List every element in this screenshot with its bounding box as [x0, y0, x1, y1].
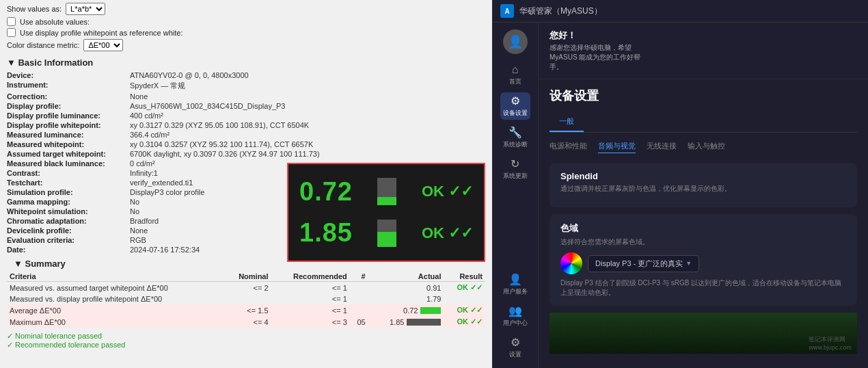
sub-nav: 电源和性能 音频与视觉 无线连接 输入与触控 — [550, 141, 857, 153]
basic-info-title: Basic Information — [0, 55, 492, 70]
overlay-value-1: 0.72 — [299, 177, 353, 207]
tab-general[interactable]: 一般 — [550, 112, 584, 132]
info-value: xy 0.3104 0.3257 (XYZ 95.32 100 111.74),… — [123, 140, 492, 149]
device-settings-icon: ⚙ — [511, 94, 520, 107]
info-row: Measured whitepoint:xy 0.3104 0.3257 (XY… — [0, 140, 492, 149]
actual-bar-cell: 0.72 — [368, 304, 444, 316]
col-recommended: Recommended — [271, 272, 350, 282]
sidebar-item-diagnostics[interactable]: 🔧 系统诊断 — [500, 124, 530, 151]
info-row: Display profile:Asus_H7606WI_1002_834C41… — [0, 101, 492, 111]
overlay-bar-2 — [377, 220, 396, 247]
summary-cell: <= 2 — [224, 282, 271, 294]
info-row: Correction:None — [0, 92, 492, 101]
summary-cell: <= 3 — [271, 316, 350, 328]
color-domain-note: Display P3 结合了剧院级 DCI-P3 与 sRGB 以达到更广的色域… — [560, 278, 846, 298]
col-actual: Actual — [368, 272, 444, 282]
col-criteria: Criteria — [7, 272, 224, 282]
actual-bar — [407, 319, 441, 326]
sub-nav-power[interactable]: 电源和性能 — [550, 141, 587, 153]
info-label: Display profile whitepoint: — [0, 120, 123, 130]
info-label: Whitepoint simulation: — [0, 207, 123, 216]
results-overlay: 0.72 OK ✓✓ 1.85 OK ✓✓ — [287, 163, 485, 262]
tab-bar: 一般 — [550, 112, 857, 133]
user-service-icon: 👤 — [508, 273, 522, 286]
summary-cell: <= 1 — [271, 304, 350, 316]
info-value: 6700K daylight, xy 0.3097 0.326 (XYZ 94.… — [123, 149, 492, 159]
summary-cell — [350, 293, 368, 304]
info-value: xy 0.3127 0.329 (XYZ 95.05 100 108.91), … — [123, 120, 492, 130]
chevron-down-icon: ▼ — [686, 260, 692, 267]
info-label: Measured black luminance: — [0, 159, 123, 168]
whitepoint-checkbox[interactable] — [7, 28, 16, 37]
info-label: Correction: — [0, 92, 123, 101]
color-domain-select-row: Display P3 - 更广泛的真实 ▼ — [560, 252, 846, 274]
summary-table: Criteria Nominal Recommended # Actual Re… — [7, 272, 485, 328]
actual-value-cell: 1.79 — [368, 293, 444, 304]
result-cell: OK ✓✓ — [444, 316, 485, 328]
info-label: Measured luminance: — [0, 130, 123, 140]
absolute-values-checkbox[interactable] — [7, 17, 16, 26]
summary-cell: <= 1.5 — [224, 304, 271, 316]
asus-titlebar: A 华硕管家（MyASUS） — [492, 0, 868, 23]
asus-logo-icon: A — [500, 4, 514, 18]
show-values-label: Show values as: — [7, 5, 62, 13]
summary-cell: <= 4 — [224, 316, 271, 328]
sidebar-item-home[interactable]: ⌂ 首页 — [500, 61, 530, 88]
asus-sidebar: 👤 ⌂ 首页 ⚙ 设备设置 🔧 系统诊断 ↻ 系统更新 👤 用户服务 — [492, 23, 539, 368]
col-hash: # — [350, 272, 368, 282]
overlay-bar-fill-1 — [377, 197, 396, 205]
summary-section: Summary Criteria Nominal Recommended # A… — [0, 254, 492, 329]
color-domain-select-label: Display P3 - 更广泛的真实 — [595, 259, 683, 269]
user-center-icon: 👥 — [508, 304, 522, 317]
actual-value: 1.85 — [390, 318, 404, 326]
top-controls: Show values as: L*a*b* Use absolute valu… — [0, 0, 492, 55]
sidebar-item-device-settings[interactable]: ⚙ 设备设置 — [500, 92, 530, 120]
info-row: Instrument:SpyderX — 常规 — [0, 80, 492, 92]
asus-body: 👤 ⌂ 首页 ⚙ 设备设置 🔧 系统诊断 ↻ 系统更新 👤 用户服务 — [492, 23, 868, 368]
color-distance-select[interactable]: ΔE*00 — [83, 39, 123, 51]
info-label: Devicelink profile: — [0, 226, 123, 235]
info-label: Assumed target whitepoint: — [0, 149, 123, 159]
info-label: Measured whitepoint: — [0, 140, 123, 149]
summary-row: Maximum ΔE*00<= 4<= 3051.85OK ✓✓ — [7, 316, 485, 328]
summary-cell: Average ΔE*00 — [7, 304, 224, 316]
info-row: Display profile whitepoint:xy 0.3127 0.3… — [0, 120, 492, 130]
user-service-label: 用户服务 — [503, 287, 528, 296]
sidebar-item-user-service[interactable]: 👤 用户服务 — [500, 271, 530, 298]
info-label: Date: — [0, 245, 123, 254]
sub-nav-wireless[interactable]: 无线连接 — [647, 141, 677, 153]
summary-cell: Measured vs. display profile whitepoint … — [7, 293, 224, 304]
watermark-line2: www.bjupc.com — [809, 344, 852, 351]
show-values-row: Show values as: L*a*b* — [7, 3, 485, 15]
sidebar-item-update[interactable]: ↻ 系统更新 — [500, 155, 530, 183]
show-values-select[interactable]: L*a*b* — [66, 3, 105, 15]
settings-label: 设置 — [509, 350, 521, 359]
color-domain-select-button[interactable]: Display P3 - 更广泛的真实 ▼ — [588, 255, 699, 272]
sub-nav-audio-visual[interactable]: 音频与视觉 — [598, 141, 636, 153]
whitepoint-row: Use display profile whitepoint as refere… — [7, 28, 485, 37]
summary-cell — [350, 304, 368, 316]
info-label: Display profile luminance: — [0, 111, 123, 120]
watermark-line1: 笔记本评测网 — [809, 335, 852, 344]
info-label: Contrast: — [0, 168, 123, 178]
sub-nav-input[interactable]: 输入与触控 — [688, 141, 725, 153]
home-icon: ⌂ — [512, 64, 519, 76]
color-distance-label: Color distance metric: — [7, 41, 79, 49]
overlay-row-2: 1.85 OK ✓✓ — [299, 218, 473, 248]
summary-cell: Measured vs. assumed target whitepoint Δ… — [7, 282, 224, 294]
diagnostics-label: 系统诊断 — [503, 140, 528, 149]
summary-row: Measured vs. display profile whitepoint … — [7, 293, 485, 304]
update-label: 系统更新 — [503, 172, 528, 181]
asus-title-text: 华硕管家（MyASUS） — [519, 5, 602, 17]
overlay-value-2: 1.85 — [299, 218, 353, 248]
home-label: 首页 — [509, 77, 521, 86]
user-avatar: 👤 — [503, 29, 528, 54]
info-row: Assumed target whitepoint:6700K daylight… — [0, 149, 492, 159]
info-value: SpyderX — 常规 — [123, 80, 492, 92]
sidebar-item-user-center[interactable]: 👥 用户中心 — [500, 302, 530, 330]
summary-cell: <= 1 — [271, 282, 350, 294]
actual-bar-cell: 1.85 — [368, 316, 444, 328]
info-label: Display profile: — [0, 101, 123, 111]
result-cell: OK ✓✓ — [444, 282, 485, 294]
sidebar-item-settings[interactable]: ⚙ 设置 — [500, 334, 530, 361]
